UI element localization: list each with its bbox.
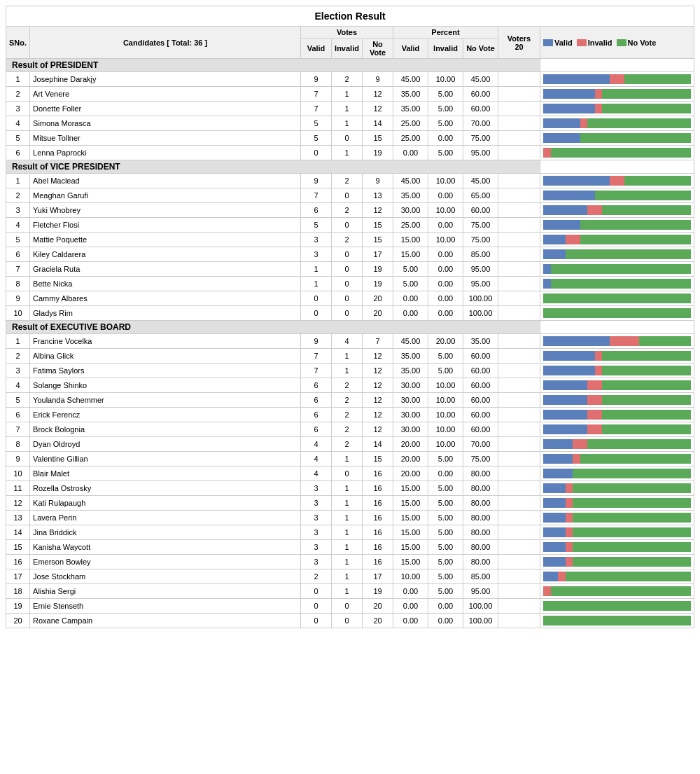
novote-pct: 70.00	[463, 437, 498, 452]
bar-invalid	[566, 542, 573, 552]
invalid-votes: 1	[332, 116, 363, 131]
bar-container	[543, 601, 691, 611]
table-row: 11 Rozella Ostrosky 3 1 16 15.00 5.00 80…	[6, 481, 694, 496]
bar-novote	[551, 264, 691, 274]
valid-votes: 0	[301, 584, 332, 599]
bar-container	[543, 498, 691, 508]
invalid-votes: 0	[332, 614, 363, 628]
novote-votes: 16	[363, 481, 393, 496]
table-row: 19 Ernie Stenseth 0 0 20 0.00 0.00 100.0…	[6, 599, 694, 614]
invalid-pct: 5.00	[428, 481, 463, 496]
bar-cell	[540, 116, 694, 131]
invalid-votes: 1	[332, 525, 363, 540]
bar-invalid	[610, 74, 624, 84]
bar-container	[543, 542, 691, 552]
voters-empty	[498, 277, 540, 291]
bar-novote	[551, 586, 691, 596]
valid-votes: 6	[301, 203, 332, 218]
invalid-votes: 0	[332, 247, 363, 262]
novote-pct: 100.00	[463, 599, 498, 614]
table-row: 7 Graciela Ruta 1 0 19 5.00 0.00 95.00	[6, 262, 694, 277]
col-novote: No Vote	[363, 39, 393, 59]
invalid-pct: 5.00	[428, 87, 463, 102]
name-cell: Simona Morasca	[30, 116, 301, 131]
bar-cell	[540, 131, 694, 146]
name-cell: Josephine Darakjy	[30, 72, 301, 87]
valid-pct: 45.00	[393, 334, 428, 349]
valid-votes: 6	[301, 393, 332, 408]
invalid-votes: 1	[332, 555, 363, 569]
bar-cell	[540, 188, 694, 203]
name-cell: Erick Ferencz	[30, 408, 301, 422]
novote-votes: 14	[363, 116, 393, 131]
bar-cell	[540, 218, 694, 233]
voters-empty	[498, 584, 540, 599]
bar-cell	[540, 525, 694, 540]
novote-votes: 12	[363, 422, 393, 437]
invalid-votes: 0	[332, 218, 363, 233]
name-cell: Youlanda Schemmer	[30, 393, 301, 408]
invalid-votes: 0	[332, 599, 363, 614]
name-cell: Kanisha Waycott	[30, 540, 301, 555]
valid-votes: 3	[301, 496, 332, 511]
sno-cell: 1	[6, 72, 30, 87]
valid-votes: 6	[301, 422, 332, 437]
valid-votes: 0	[301, 599, 332, 614]
valid-votes: 0	[301, 614, 332, 628]
bar-valid	[543, 380, 587, 390]
valid-votes: 3	[301, 511, 332, 525]
bar-valid	[543, 557, 566, 567]
bar-invalid	[566, 483, 573, 493]
invalid-votes: 1	[332, 481, 363, 496]
invalid-pct: 0.00	[428, 131, 463, 146]
novote-votes: 12	[363, 87, 393, 102]
valid-votes: 3	[301, 525, 332, 540]
page: Election Result SNo. Candidates [ Total:…	[0, 0, 700, 634]
bar-valid	[543, 469, 573, 478]
voters-empty	[498, 525, 540, 540]
valid-pct: 20.00	[393, 452, 428, 467]
bar-invalid	[595, 89, 603, 99]
sno-cell: 9	[6, 291, 30, 306]
bar-cell	[540, 584, 694, 599]
bar-container	[543, 469, 691, 478]
table-row: 9 Valentine Gillian 4 1 15 20.00 5.00 75…	[6, 452, 694, 467]
novote-votes: 9	[363, 72, 393, 87]
bar-valid	[543, 133, 580, 143]
bar-cell	[540, 511, 694, 525]
sno-cell: 1	[6, 334, 30, 349]
name-cell: Kati Rulapaugh	[30, 496, 301, 511]
valid-pct: 15.00	[393, 511, 428, 525]
novote-color-box	[617, 39, 626, 46]
sno-cell: 8	[6, 277, 30, 291]
invalid-votes: 0	[332, 262, 363, 277]
invalid-votes: 0	[332, 467, 363, 481]
sno-cell: 7	[6, 262, 30, 277]
invalid-votes: 1	[332, 511, 363, 525]
voters-empty	[498, 511, 540, 525]
table-row: 3 Fatima Saylors 7 1 12 35.00 5.00 60.00	[6, 364, 694, 378]
sno-cell: 8	[6, 437, 30, 452]
bar-container	[543, 148, 691, 158]
valid-votes: 9	[301, 174, 332, 188]
bar-container	[543, 205, 691, 215]
bar-container	[543, 176, 691, 186]
name-cell: Cammy Albares	[30, 291, 301, 306]
bar-valid	[543, 205, 587, 215]
novote-pct: 60.00	[463, 102, 498, 116]
voters-empty	[498, 349, 540, 364]
name-cell: Bette Nicka	[30, 277, 301, 291]
valid-votes: 7	[301, 364, 332, 378]
novote-pct: 85.00	[463, 569, 498, 584]
invalid-votes: 0	[332, 277, 363, 291]
bar-cell	[540, 467, 694, 481]
valid-pct: 25.00	[393, 218, 428, 233]
bar-container	[543, 74, 691, 84]
voters-empty	[498, 540, 540, 555]
valid-votes: 0	[301, 291, 332, 306]
invalid-pct: 5.00	[428, 569, 463, 584]
novote-pct: 80.00	[463, 481, 498, 496]
valid-votes: 6	[301, 378, 332, 393]
bar-valid	[543, 336, 610, 346]
bar-invalid	[595, 351, 603, 361]
